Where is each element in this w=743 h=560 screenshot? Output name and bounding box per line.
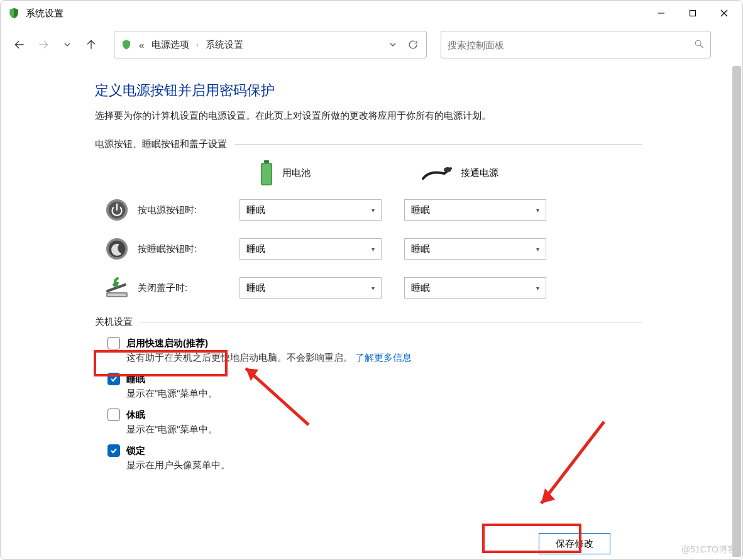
power-icon (104, 197, 130, 223)
chevron-down-icon: ▾ (536, 207, 539, 214)
page-title: 定义电源按钮并启用密码保护 (95, 81, 642, 100)
search-input[interactable] (448, 40, 694, 50)
save-button[interactable]: 保存修改 (539, 533, 610, 554)
check-label: 锁定 (126, 444, 145, 457)
section-title-shutdown: 关机设置 (95, 316, 133, 328)
minimize-button[interactable] (646, 2, 677, 25)
check-label: 启用快速启动(推荐) (126, 337, 208, 349)
svg-rect-6 (264, 160, 269, 163)
col-ac-label: 接通电源 (461, 167, 498, 179)
power-button-ac-dropdown[interactable]: 睡眠 ▾ (404, 199, 546, 221)
forward-button[interactable] (36, 37, 51, 52)
shield-icon (119, 38, 133, 52)
checkbox-fast-startup[interactable] (107, 337, 120, 349)
maximize-button[interactable] (677, 2, 708, 25)
address-bar[interactable]: « 电源选项 › 系统设置 (114, 31, 427, 58)
chevron-right-icon: › (195, 41, 200, 48)
address-prefix[interactable]: « (137, 38, 146, 52)
chevron-down-icon: ▾ (536, 246, 539, 253)
row-power-button: 按电源按钮时: 睡眠 ▾ 睡眠 ▾ (95, 197, 642, 223)
battery-icon (258, 159, 275, 187)
close-lid-battery-dropdown[interactable]: 睡眠 ▾ (239, 277, 382, 299)
sleep-button-ac-dropdown[interactable]: 睡眠 ▾ (404, 238, 546, 260)
row-label: 关闭盖子时: (138, 282, 232, 294)
search-icon[interactable] (694, 39, 704, 51)
sleep-button-battery-dropdown[interactable]: 睡眠 ▾ (239, 238, 382, 260)
svg-line-5 (700, 45, 703, 48)
learn-more-link[interactable]: 了解更多信息 (355, 353, 412, 363)
recent-dropdown-button[interactable] (60, 37, 75, 52)
close-button[interactable] (708, 2, 740, 25)
search-box[interactable] (441, 31, 711, 58)
close-lid-ac-dropdown[interactable]: 睡眠 ▾ (404, 277, 546, 299)
window-title: 系统设置 (26, 8, 646, 19)
shield-icon (7, 6, 21, 20)
power-button-battery-dropdown[interactable]: 睡眠 ▾ (239, 199, 382, 221)
refresh-button[interactable] (405, 39, 421, 50)
col-battery-label: 用电池 (282, 167, 311, 179)
check-label: 休眠 (126, 409, 145, 421)
scrollbar[interactable] (732, 66, 741, 557)
svg-point-4 (695, 40, 701, 46)
svg-point-9 (444, 167, 451, 172)
chevron-down-icon: ▾ (372, 285, 375, 292)
moon-icon (104, 236, 130, 262)
chevron-down-icon: ▾ (372, 246, 375, 253)
up-button[interactable] (84, 37, 99, 52)
chevron-down-icon: ▾ (372, 207, 375, 214)
checkbox-sleep[interactable] (107, 373, 120, 385)
svg-rect-1 (690, 11, 696, 16)
row-label: 按电源按钮时: (138, 204, 232, 216)
plug-icon (422, 165, 453, 181)
address-bar-dropdown[interactable] (385, 41, 401, 48)
svg-rect-15 (107, 294, 126, 296)
back-button[interactable] (12, 37, 27, 52)
breadcrumb-system-settings[interactable]: 系统设置 (204, 38, 245, 52)
checkbox-hibernate[interactable] (107, 409, 120, 421)
row-close-lid: 关闭盖子时: 睡眠 ▾ 睡眠 ▾ (95, 275, 642, 301)
laptop-lid-icon (104, 275, 130, 301)
page-description: 选择要为你的计算机设置的电源设置。在此页上对设置所做的更改将应用于你所有的电源计… (95, 110, 642, 122)
chevron-down-icon: ▾ (536, 285, 539, 292)
svg-rect-8 (262, 164, 271, 184)
checkbox-lock[interactable] (107, 444, 120, 457)
navbar: « 电源选项 › 系统设置 (1, 26, 742, 63)
breadcrumb-power-options[interactable]: 电源选项 (150, 38, 191, 52)
watermark: @51CTO博客 (681, 544, 736, 556)
titlebar: 系统设置 (1, 1, 742, 26)
row-sleep-button: 按睡眠按钮时: 睡眠 ▾ 睡眠 ▾ (95, 236, 642, 262)
check-label: 睡眠 (126, 373, 145, 385)
row-label: 按睡眠按钮时: (138, 243, 232, 255)
section-title-buttons: 电源按钮、睡眠按钮和盖子设置 (95, 138, 227, 150)
